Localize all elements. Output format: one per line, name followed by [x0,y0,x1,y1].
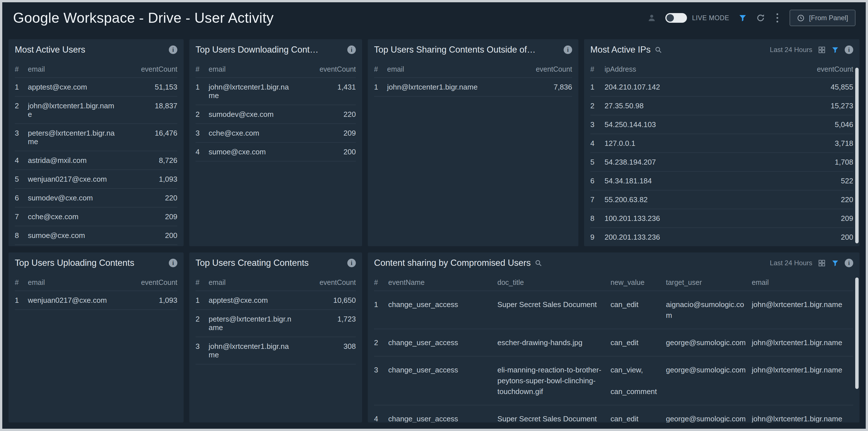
table-row[interactable]: 1wenjuan0217@cxe.com1,093 [15,291,177,310]
table-row[interactable]: 8100.201.133.236209 [590,209,853,228]
table-header-row: #emaileventCount [15,60,177,78]
scrollbar-thumb[interactable] [855,68,859,243]
panel-filter-icon[interactable] [831,259,839,267]
table-cell: 54.250.144.103 [604,120,791,129]
magnifier-icon[interactable] [535,259,542,267]
table-cell: change_user_access [388,337,497,348]
table-cell: escher-drawing-hands.jpg [497,337,611,348]
column-header: doc_title [497,278,611,286]
table-cell: 3 [195,342,209,350]
table-row[interactable]: 6sumodev@cxe.com220 [15,189,177,208]
table-cell: change_user_access [388,413,497,423]
table-cell: 3,718 [791,139,853,148]
panel-top-users-sharing-outside: Top Users Sharing Contents Outside of… #… [368,39,578,246]
panel-time-range[interactable]: Last 24 Hours [770,259,812,267]
table-row[interactable]: 554.238.194.2071,708 [590,153,853,172]
grid-icon[interactable] [818,46,826,54]
panel-header: Most Active Users [15,39,177,60]
table-row[interactable]: 227.35.50.9815,273 [590,97,853,116]
table-row[interactable]: 1204.210.107.14245,855 [590,78,853,97]
live-mode-toggle[interactable] [665,13,687,23]
table-cell: Super Secret Sales Document [497,299,611,310]
table-row[interactable]: 1john@lxrtcenter1.bigr.name7,836 [374,78,572,97]
panel-top-users-creating: Top Users Creating Contents #emaileventC… [189,252,362,423]
table-cell: john@lxrtcenter1.bigr.name [752,365,853,375]
panel-title: Top Users Sharing Contents Outside of… [374,44,536,55]
column-header: # [195,278,209,286]
filter-icon[interactable] [738,13,747,22]
table-cell: 7 [15,212,28,221]
table-cell: wenjuan0217@cxe.com [28,175,121,183]
table-row[interactable]: 2sumodev@cxe.com220 [195,105,356,124]
table-row[interactable]: 755.200.63.82220 [590,190,853,209]
table-cell: 5,046 [791,120,853,129]
table-cell: 209 [121,212,177,221]
table-row[interactable]: 1john@lxrtcenter1.bigr.name1,431 [195,78,356,105]
column-header: eventCount [121,65,177,73]
table-row[interactable]: 1change_user_accessSuper Secret Sales Do… [374,291,853,329]
user-icon[interactable] [647,13,656,23]
panel-filter-icon[interactable] [831,46,839,54]
scrollbar-thumb[interactable] [855,277,859,389]
column-header: email [28,65,121,73]
table-row[interactable]: 3cche@cxe.com209 [195,124,356,143]
info-icon[interactable] [845,45,853,54]
refresh-icon[interactable] [756,13,765,23]
panel-top-users-uploading: Top Users Uploading Contents #emailevent… [8,252,184,423]
info-icon[interactable] [347,45,356,54]
table-cell: 1,431 [299,83,356,91]
table-header-row: #emaileventCount [195,274,356,291]
table-cell: sumodev@cxe.com [28,194,121,202]
table-row[interactable]: 9200.201.133.236200 [590,228,853,246]
table-cell: 127.0.0.1 [604,139,791,148]
table-row[interactable]: 654.34.181.184522 [590,172,853,190]
panel-header: Top Users Downloading Cont… [195,39,356,60]
kebab-menu-icon[interactable] [774,12,780,24]
top-users-creating-table: #emaileventCount1apptest@cxe.com10,6502p… [195,274,356,365]
table-cell: john@lxrtcenter1.bigr.name [752,337,853,348]
table-cell: 45,855 [791,83,853,91]
table-row[interactable]: 8sumoe@cxe.com200 [15,226,177,245]
info-icon[interactable] [169,45,177,54]
table-row[interactable]: 3change_user_accesseli-manning-reaction-… [374,357,853,405]
panel-header: Content sharing by Compromised Users Las… [374,252,853,274]
table-row[interactable]: 2peters@lxrtcenter1.bigr.name1,723 [195,310,356,337]
table-row[interactable]: 4astrida@mxil.com8,726 [15,151,177,170]
table-row[interactable]: 4sumoe@cxe.com200 [195,143,356,161]
panel-title: Top Users Creating Contents [195,258,309,268]
table-cell: 8,726 [121,156,177,164]
magnifier-icon[interactable] [655,46,662,54]
grid-icon[interactable] [818,259,826,267]
table-cell: eli-manning-reaction-to-brother-peytons-… [497,365,611,397]
table-cell: 1,723 [299,315,356,323]
info-icon[interactable] [845,259,853,267]
table-cell: 2 [374,337,388,348]
table-cell: sumoe@cxe.com [209,148,299,156]
table-row[interactable]: 4change_user_accessSuper Secret Sales Do… [374,405,853,423]
table-row[interactable]: 1apptest@cxe.com10,650 [195,291,356,310]
table-row[interactable]: 7cche@cxe.com209 [15,208,177,226]
table-row[interactable]: 3peters@lxrtcenter1.bigr.name16,476 [15,124,177,151]
table-cell: aignacio@sumologic.com [666,299,752,321]
table-cell: 1 [374,299,388,310]
table-cell: 10,650 [299,296,356,305]
info-icon[interactable] [347,259,356,267]
table-row[interactable]: 3john@lxrtcenter1.bigr.name308 [195,337,356,365]
table-row[interactable]: 4127.0.0.13,718 [590,134,853,153]
table-cell: 200 [791,233,853,241]
table-cell: 100.201.133.236 [604,214,791,223]
table-cell: 220 [299,110,356,119]
panel-time-range[interactable]: Last 24 Hours [770,46,812,54]
table-row[interactable]: 5wenjuan0217@cxe.com1,093 [15,170,177,189]
table-row[interactable]: 354.250.144.1035,046 [590,116,853,134]
table-row[interactable]: 1apptest@cxe.com51,153 [15,78,177,97]
table-row[interactable]: 2change_user_accessescher-drawing-hands.… [374,329,853,357]
table-cell: 2 [195,315,209,323]
table-cell: 55.200.63.82 [604,195,791,204]
time-range-button[interactable]: [From Panel] [789,10,856,26]
table-row[interactable]: 2john@lxrtcenter1.bigr.name18,837 [15,97,177,124]
info-icon[interactable] [564,45,572,54]
table-cell: sumoe@cxe.com [28,231,121,240]
info-icon[interactable] [169,259,177,267]
panel-title: Most Active Users [15,44,85,55]
